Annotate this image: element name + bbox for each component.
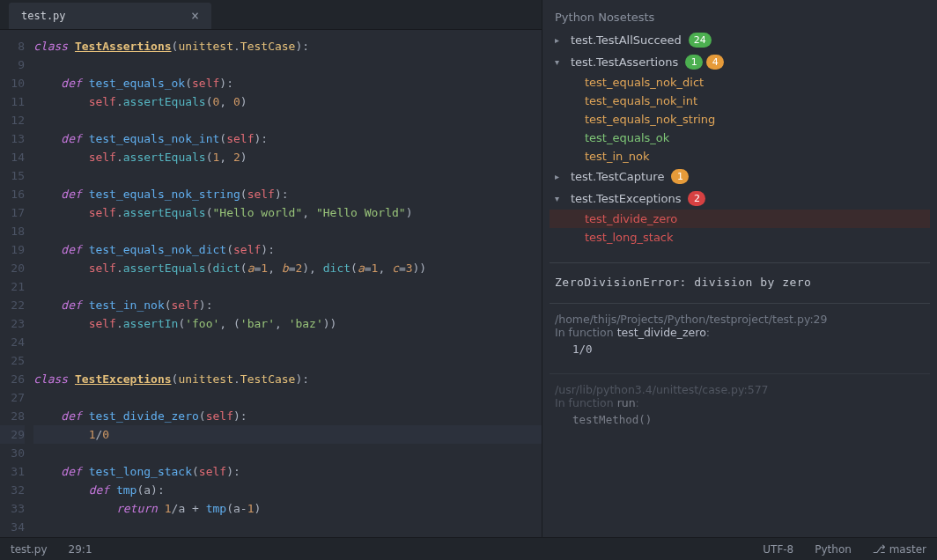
suite-row[interactable]: ▸test.TestAllSucceed24 bbox=[550, 29, 930, 51]
trace-code: 1/0 bbox=[555, 343, 925, 356]
trace-frame[interactable]: /home/thijs/Projects/Python/testproject/… bbox=[550, 303, 930, 365]
suite-name: test.TestExceptions bbox=[571, 192, 681, 205]
error-message: ZeroDivisionError: division by zero bbox=[550, 262, 930, 294]
count-badge: 4 bbox=[706, 55, 724, 70]
trace-function: In function test_divide_zero: bbox=[555, 326, 925, 339]
test-item[interactable]: test_equals_nok_int bbox=[550, 92, 930, 110]
tab-bar: test.py × bbox=[0, 0, 542, 30]
status-language[interactable]: Python bbox=[815, 543, 852, 556]
test-item[interactable]: test_equals_nok_string bbox=[550, 110, 930, 129]
count-badge: 1 bbox=[671, 169, 689, 184]
chevron-right-icon: ▸ bbox=[555, 172, 564, 181]
chevron-down-icon: ▾ bbox=[555, 194, 564, 203]
suite-row[interactable]: ▾test.TestExceptions2 bbox=[550, 188, 930, 210]
code-lines[interactable]: class TestAssertions(unittest.TestCase):… bbox=[33, 37, 542, 537]
line-gutter: 8910111213141516171819202122232425262728… bbox=[0, 37, 33, 537]
tab-test-py[interactable]: test.py × bbox=[9, 3, 211, 29]
suite-row[interactable]: ▸test.TestCapture1 bbox=[550, 166, 930, 188]
suite-name: test.TestAllSucceed bbox=[571, 33, 682, 47]
count-badge: 24 bbox=[689, 33, 712, 48]
trace-function: In function run: bbox=[555, 396, 925, 409]
status-encoding[interactable]: UTF-8 bbox=[763, 543, 793, 556]
test-item[interactable]: test_divide_zero bbox=[550, 210, 930, 228]
branch-name: master bbox=[889, 543, 926, 556]
panel-title: Python Nosetests bbox=[550, 7, 930, 27]
status-cursor[interactable]: 29:1 bbox=[69, 543, 92, 556]
suite-row[interactable]: ▾test.TestAssertions1 4 bbox=[550, 51, 930, 73]
trace-file: /usr/lib/python3.4/unittest/case.py:577 bbox=[555, 383, 925, 396]
trace-frame[interactable]: /usr/lib/python3.4/unittest/case.py:577I… bbox=[550, 373, 930, 435]
test-tree: ▸test.TestAllSucceed24 ▾test.TestAsserti… bbox=[550, 29, 930, 247]
status-branch[interactable]: ⎇ master bbox=[873, 542, 926, 556]
tab-label: test.py bbox=[21, 10, 66, 22]
status-file[interactable]: test.py bbox=[11, 543, 48, 556]
editor-pane: test.py × 891011121314151617181920212223… bbox=[0, 0, 542, 537]
count-badge: 1 bbox=[685, 55, 703, 70]
code-area[interactable]: 8910111213141516171819202122232425262728… bbox=[0, 30, 542, 537]
trace-file: /home/thijs/Projects/Python/testproject/… bbox=[555, 313, 925, 326]
test-item[interactable]: test_in_nok bbox=[550, 147, 930, 166]
suite-name: test.TestCapture bbox=[571, 170, 664, 183]
count-badge: 2 bbox=[688, 191, 705, 206]
stack-traces: /home/thijs/Projects/Python/testproject/… bbox=[550, 294, 930, 435]
suite-name: test.TestAssertions bbox=[571, 55, 678, 69]
close-icon[interactable]: × bbox=[191, 10, 199, 23]
test-panel: Python Nosetests ▸test.TestAllSucceed24 … bbox=[542, 0, 937, 537]
test-item[interactable]: test_equals_nok_dict bbox=[550, 73, 930, 92]
test-item[interactable]: test_long_stack bbox=[550, 228, 930, 247]
trace-code: testMethod() bbox=[555, 413, 925, 426]
test-item[interactable]: test_equals_ok bbox=[550, 129, 930, 147]
branch-icon: ⎇ bbox=[873, 542, 886, 556]
chevron-down-icon: ▾ bbox=[555, 57, 564, 67]
chevron-right-icon: ▸ bbox=[555, 35, 564, 45]
status-bar: test.py 29:1 UTF-8 Python ⎇ master bbox=[0, 537, 937, 560]
